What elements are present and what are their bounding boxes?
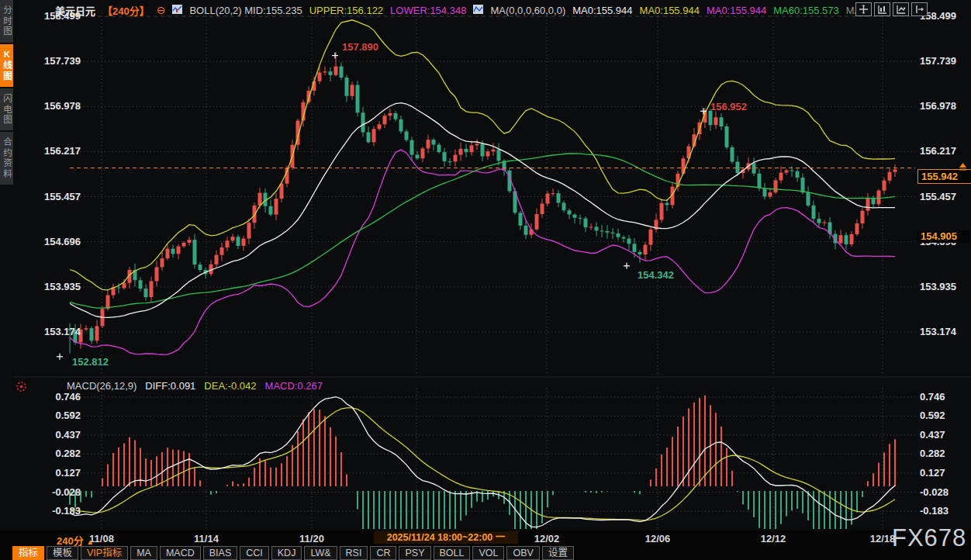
price-tick-label-left: 153.935 — [20, 281, 81, 293]
price-tick-label-right: 156.217 — [920, 145, 968, 157]
symbol-name: 美元日元 — [55, 3, 95, 18]
minus-circle-icon[interactable]: ⊖ — [157, 4, 166, 16]
price-tick-label-right: 153.935 — [920, 281, 968, 293]
toolbar-button-kdj[interactable]: KDJ — [271, 546, 302, 560]
x-axis-date-label: 11/20 — [287, 533, 337, 544]
boll-indicator-icon[interactable] — [172, 5, 182, 16]
ma0-value-yellow: MA0:155.944 — [640, 5, 700, 16]
x-axis-date-label: 12/06 — [633, 533, 682, 544]
toolbar-button-rsi[interactable]: RSI — [340, 546, 368, 560]
sidebar: 分时图K线图闪电图合约资料 — [0, 0, 13, 185]
price-tick-label-right: 153.174 — [920, 326, 968, 338]
toolbar-button-indicator[interactable]: 指标 — [12, 546, 44, 560]
chart-app: 分时图K线图闪电图合约资料 美元日元 【240分】 ⊖ BOLL(20,2) M… — [0, 0, 971, 560]
macd-header: MACD(26,12,9) DIFF:0.091 DEA:-0.042 MACD… — [67, 380, 323, 392]
macd-tick-label-left: 0.127 — [20, 467, 81, 479]
toolbar-button-cci[interactable]: CCI — [240, 546, 269, 560]
macd-tick-label-right: 0.437 — [920, 429, 968, 441]
macd-tick-label-right: 0.592 — [920, 410, 968, 422]
macd-tick-label-left: 0.746 — [20, 391, 81, 403]
pan-right-icon[interactable] — [911, 2, 928, 16]
crosshair-price-box: 154.905 — [917, 230, 970, 243]
price-tick-label-left: 154.696 — [20, 236, 81, 248]
crosshair-datetime-box: 2025/11/24 18:00~22:00 一 — [374, 531, 518, 544]
toolbar-button-settings[interactable]: 设置 — [542, 546, 574, 560]
macd-tick-label-left: -0.028 — [20, 486, 81, 499]
indicator-toolbar: 指标模板VIP指标MAMACDBIASCCIKDJLW&RSICRPSYBOLL… — [12, 546, 574, 560]
up-triangle-icon: ▲ — [86, 538, 94, 546]
toolbar-button-cr[interactable]: CR — [370, 546, 396, 560]
price-annotation-red: 156.952 — [710, 101, 747, 112]
chart-tools — [855, 2, 928, 16]
alert-arrow-icon[interactable] — [959, 160, 967, 174]
x-axis-date-label: 12/02 — [522, 533, 572, 544]
macd-params: MACD(26,12,9) — [67, 380, 136, 392]
macd-dea-value: DEA:-0.042 — [204, 380, 256, 392]
toolbar-button-obv[interactable]: OBV — [506, 546, 539, 560]
macd-macd-value: MACD:0.267 — [265, 380, 323, 392]
toolbar-button-vol[interactable]: VOL — [472, 546, 504, 560]
price-tick-label-right: 157.739 — [920, 55, 968, 67]
toolbar-button-ma[interactable]: MA — [130, 546, 157, 560]
overlay-chart-icon[interactable] — [893, 2, 909, 16]
toolbar-button-vip-indicator[interactable]: VIP指标 — [81, 546, 128, 560]
boll-upper-value: UPPER:156.122 — [309, 5, 383, 16]
ma-indicator-icon[interactable] — [473, 5, 483, 16]
price-tick-label-right: 156.978 — [920, 100, 968, 112]
toolbar-button-psy[interactable]: PSY — [399, 546, 430, 560]
price-tick-label-left: 153.174 — [20, 326, 81, 338]
macd-tick-label-right: -0.183 — [920, 505, 968, 517]
price-tick-label-left: 156.217 — [20, 145, 81, 157]
sidebar-item-timeshare-chart[interactable]: 分时图 — [0, 0, 13, 43]
crosshair-move-icon[interactable] — [855, 2, 872, 16]
price-annotation-green: 152.812 — [72, 356, 109, 368]
indicator-window-icon[interactable] — [874, 2, 890, 16]
x-axis-date-label: 11/14 — [181, 533, 231, 544]
price-annotation-red: 157.890 — [342, 41, 378, 53]
ma60-value: MA60:155.573 — [773, 5, 839, 16]
price-tick-label-left: 157.739 — [20, 55, 81, 67]
price-annotation-green: 154.342 — [638, 269, 674, 281]
sidebar-item-flash-chart[interactable]: 闪电图 — [0, 88, 13, 131]
period-label[interactable]: 【240分】 — [102, 3, 150, 18]
toolbar-button-boll[interactable]: BOLL — [434, 546, 471, 560]
price-tick-label-left: 156.978 — [20, 100, 81, 112]
macd-tick-label-right: 0.282 — [920, 448, 968, 460]
price-tick-label-right: 155.457 — [920, 191, 968, 203]
chart-header: 美元日元 【240分】 ⊖ BOLL(20,2) MID:155.235 UPP… — [55, 3, 869, 17]
macd-tick-label-left: -0.183 — [20, 505, 81, 517]
boll-values: BOLL(20,2) MID:155.235 — [189, 5, 302, 16]
macd-tick-label-left: 0.282 — [20, 448, 81, 460]
watermark-fx678: FX678 — [892, 524, 966, 552]
ma0-value-magenta: MA0:155.944 — [707, 5, 766, 16]
ma-params: MA(0,0,0,60,0,0) — [490, 5, 565, 16]
sidebar-item-contract-info[interactable]: 合约资料 — [0, 132, 13, 185]
macd-tick-label-right: -0.028 — [920, 486, 968, 499]
price-tick-label-left: 155.457 — [20, 191, 81, 203]
toolbar-button-lwr[interactable]: LW& — [304, 546, 337, 560]
x-axis-date-label: 12/12 — [748, 533, 798, 544]
toolbar-button-bias[interactable]: BIAS — [203, 546, 238, 560]
ma0-value-white: MA0:155.944 — [572, 5, 632, 16]
toolbar-button-template[interactable]: 模板 — [47, 546, 78, 560]
macd-tick-label-left: 0.592 — [20, 410, 81, 422]
toolbar-button-macd[interactable]: MACD — [160, 546, 201, 560]
macd-tick-label-left: 0.437 — [20, 429, 81, 441]
sidebar-item-kline-chart[interactable]: K线图 — [0, 44, 13, 87]
macd-diff-value: DIFF:0.091 — [145, 380, 195, 392]
macd-tick-label-right: 0.127 — [920, 467, 968, 479]
candlestick-chart-canvas[interactable] — [0, 0, 971, 560]
boll-lower-value: LOWER:154.348 — [390, 5, 466, 16]
macd-tick-label-right: 0.746 — [920, 391, 968, 403]
